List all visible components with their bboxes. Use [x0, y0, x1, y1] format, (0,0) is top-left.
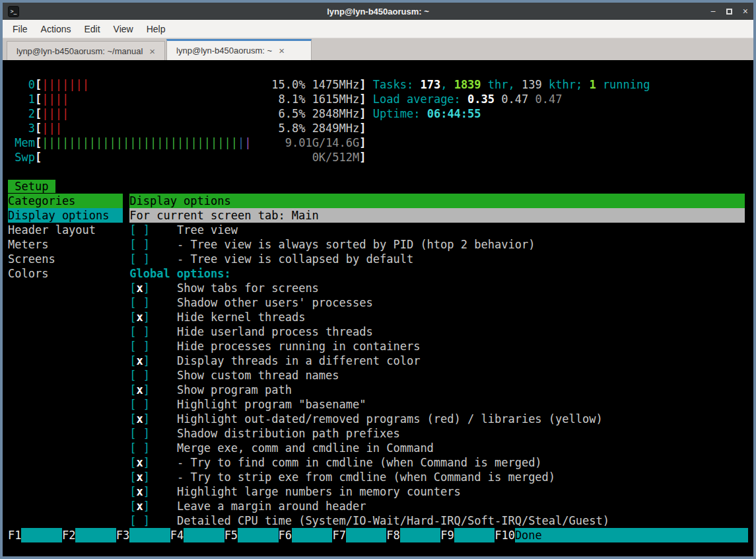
close-button[interactable]: ×: [743, 7, 748, 16]
fnkey-label-f10: Done: [515, 528, 748, 542]
fnkey-f3[interactable]: F3: [116, 528, 170, 542]
window-frame: >_ lynp@lyn-b450aorusm: ~ − × FileAction…: [0, 0, 756, 559]
options-panel-header: Display options: [129, 194, 744, 208]
blank-line: [8, 63, 748, 77]
categories-empty: [8, 412, 123, 426]
terminal-app-icon: >_: [8, 6, 19, 17]
setup-option-tree-view[interactable]: [ ] Tree view: [129, 223, 744, 237]
categories-empty: [8, 339, 123, 354]
categories-header: Categories: [8, 194, 123, 208]
setup-option-leave-a-margin-around-header[interactable]: [x] Leave a margin around header: [129, 499, 744, 513]
tab-title: lynp@lyn-b450aorusm: ~/manual: [17, 46, 143, 56]
menubar: FileActionsEditViewHelp: [3, 20, 753, 38]
setup-option-highlight-out-dated-removed-programs-red-libraries-yellow[interactable]: [x] Highlight out-dated/removed programs…: [129, 412, 744, 426]
blank-line: [8, 165, 748, 179]
setup-screen-tab[interactable]: Setup: [8, 180, 55, 193]
fnkey-label-f9: [454, 528, 495, 542]
screen-tab-subheader: For current screen tab: Main: [129, 208, 744, 223]
setup-option-hide-processes-running-in-containers[interactable]: [ ] Hide processes running in containers: [129, 339, 744, 354]
categories-empty: [8, 513, 123, 528]
menu-item-actions[interactable]: Actions: [34, 21, 78, 37]
setup-option-show-program-path[interactable]: [x] Show program path: [129, 383, 744, 397]
fnkey-f6[interactable]: F6: [279, 528, 333, 542]
menu-item-help[interactable]: Help: [140, 21, 172, 37]
categories-empty: [8, 383, 123, 397]
terminal-tab-2[interactable]: lynp@lyn-b450aorusm: ~×: [166, 39, 312, 60]
category-item-meters[interactable]: Meters: [8, 237, 123, 252]
meter-2: 2[|||| 6.5% 2848MHz] Uptime: 06:44:55: [8, 106, 748, 121]
fnkey-label-f1: [21, 528, 61, 542]
categories-empty: [8, 455, 123, 470]
terminal-tab-1[interactable]: lynp@lyn-b450aorusm: ~/manual×: [7, 41, 165, 60]
categories-empty: [8, 484, 123, 499]
window-controls: − ×: [710, 7, 748, 16]
titlebar[interactable]: >_ lynp@lyn-b450aorusm: ~ − ×: [3, 3, 753, 20]
categories-empty: [8, 368, 123, 383]
fnkey-f7[interactable]: F7: [332, 528, 386, 542]
fnkey-f8[interactable]: F8: [386, 528, 440, 542]
categories-empty: [8, 470, 123, 484]
setup-option-merge-exe-comm-and-cmdline-in-command[interactable]: [ ] Merge exe, comm and cmdline in Comma…: [129, 441, 744, 455]
maximize-button[interactable]: [726, 7, 732, 16]
meter-mem: Mem[||||||||||||||||||||||||||||||| 9.01…: [8, 135, 748, 150]
categories-empty: [8, 281, 123, 295]
category-item-screens[interactable]: Screens: [8, 252, 123, 266]
setup-option-detailed-cpu-time-system-io-wait-hard-irq-soft-irq-steal-guest[interactable]: [ ] Detailed CPU time (System/IO-Wait/Ha…: [129, 513, 744, 528]
categories-empty: [8, 354, 123, 368]
setup-option-try-to-find-comm-in-cmdline-when-command-is-merged[interactable]: [x] - Try to find comm in cmdline (when …: [129, 455, 744, 470]
setup-tabs-row: Setup: [8, 179, 748, 194]
setup-option-display-threads-in-a-different-color[interactable]: [x] Display threads in a different color: [129, 354, 744, 368]
fnkey-f10[interactable]: F10Done: [495, 528, 748, 542]
categories-empty: [8, 324, 123, 339]
setup-option-shadow-other-users-processes[interactable]: [ ] Shadow other users' processes: [129, 295, 744, 310]
setup-option-shadow-distribution-path-prefixes[interactable]: [ ] Shadow distribution path prefixes: [129, 426, 744, 441]
minimize-button[interactable]: −: [710, 7, 716, 16]
setup-option-highlight-large-numbers-in-memory-counters[interactable]: [x] Highlight large numbers in memory co…: [129, 484, 744, 499]
fnkey-label-f6: [292, 528, 332, 542]
categories-empty: [8, 426, 123, 441]
category-item-header-layout[interactable]: Header layout: [8, 223, 123, 237]
meter-0: 0[||||||| 15.0% 1475MHz] Tasks: 173, 183…: [8, 77, 748, 92]
tab-close-icon[interactable]: ×: [279, 46, 285, 56]
category-item-display-options[interactable]: Display options: [8, 208, 123, 223]
fnkey-f1[interactable]: F1: [8, 528, 62, 542]
fnkey-f4[interactable]: F4: [170, 528, 224, 542]
categories-empty: [8, 295, 123, 310]
function-key-bar: F1 F2 F3 F4 F5 F6 F7 F8 F9 F10Done: [8, 528, 748, 542]
setup-option-hide-kernel-threads[interactable]: [x] Hide kernel threads: [129, 310, 744, 324]
fnkey-label-f7: [346, 528, 386, 542]
fnkey-label-f4: [184, 528, 224, 542]
menu-item-edit[interactable]: Edit: [77, 21, 106, 37]
categories-empty: [8, 499, 123, 513]
fnkey-label-f5: [238, 528, 278, 542]
meter-1: 1[|||| 8.1% 1615MHz] Load average: 0.35 …: [8, 92, 748, 106]
tab-title: lynp@lyn-b450aorusm: ~: [176, 46, 272, 56]
meter-3: 3[||| 5.8% 2849MHz]: [8, 121, 748, 135]
tab-close-icon[interactable]: ×: [149, 46, 155, 56]
window-title: lynp@lyn-b450aorusm: ~: [3, 7, 753, 17]
maximize-icon: [726, 9, 732, 15]
setup-option-tree-view-is-collapsed-by-default[interactable]: [ ] - Tree view is collapsed by default: [129, 252, 744, 266]
setup-option-highlight-program-basename[interactable]: [ ] Highlight program "basename": [129, 397, 744, 412]
categories-empty: [8, 397, 123, 412]
categories-empty: [8, 441, 123, 455]
fnkey-label-f3: [129, 528, 170, 542]
fnkey-f2[interactable]: F2: [62, 528, 116, 542]
setup-option-tree-view-is-always-sorted-by-pid-htop-2-behavior[interactable]: [ ] - Tree view is always sorted by PID …: [129, 237, 744, 252]
terminal-icon-glyph: >_: [11, 9, 17, 15]
tab-bar: lynp@lyn-b450aorusm: ~/manual×lynp@lyn-b…: [3, 38, 753, 60]
setup-option-try-to-strip-exe-from-cmdline-when-command-is-merged[interactable]: [x] - Try to strip exe from cmdline (whe…: [129, 470, 744, 484]
fnkey-label-f2: [75, 528, 116, 542]
menu-item-file[interactable]: File: [6, 21, 34, 37]
category-item-colors[interactable]: Colors: [8, 266, 123, 281]
meter-swp: Swp[ 0K/512M]: [8, 150, 748, 165]
menu-item-view[interactable]: View: [107, 21, 140, 37]
categories-empty: [8, 310, 123, 324]
setup-option-show-tabs-for-screens[interactable]: [x] Show tabs for screens: [129, 281, 744, 295]
terminal-screen[interactable]: 0[||||||| 15.0% 1475MHz] Tasks: 173, 183…: [3, 60, 753, 556]
setup-option-hide-userland-process-threads[interactable]: [ ] Hide userland process threads: [129, 324, 744, 339]
fnkey-f9[interactable]: F9: [440, 528, 495, 542]
fnkey-f5[interactable]: F5: [224, 528, 279, 542]
fnkey-label-f8: [400, 528, 440, 542]
setup-option-show-custom-thread-names[interactable]: [ ] Show custom thread names: [129, 368, 744, 383]
